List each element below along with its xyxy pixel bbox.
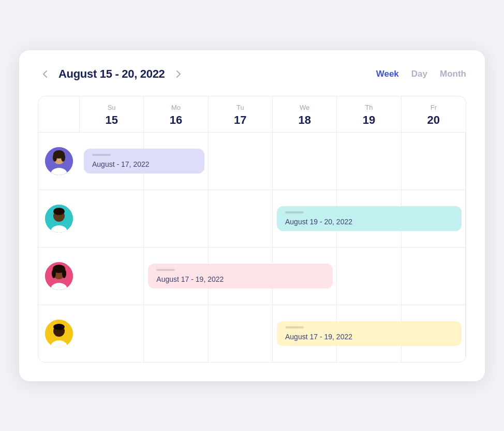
date-range: August 15 - 20, 2022 [58,67,165,81]
view-day[interactable]: Day [411,69,427,79]
table-row: August 19 - 20, 2022 [38,190,466,248]
avatar-cell-1 [38,142,80,180]
event-4[interactable]: August 17 - 19, 2022 [277,321,462,346]
drag-handle [285,326,304,328]
avatar [45,262,73,290]
svg-point-19 [53,324,65,330]
svg-point-5 [61,153,65,162]
svg-point-9 [53,208,65,215]
view-week[interactable]: Week [376,69,399,79]
table-row: August - 17, 2022 [38,133,466,190]
corner-cell [38,96,80,132]
avatar-cell-2 [38,199,80,238]
avatar-cell-4 [38,314,80,353]
row-content-1: August - 17, 2022 [80,133,466,190]
svg-point-14 [52,269,56,278]
drag-handle [92,154,111,156]
row-content-4: August 17 - 19, 2022 [80,305,466,362]
view-switcher: Week Day Month [376,69,466,79]
day-header-tu: Tu 17 [209,96,273,132]
day-header-we: We 18 [273,96,337,132]
event-1[interactable]: August - 17, 2022 [84,149,204,174]
day-header-fr: Fr 20 [402,96,466,132]
prev-button[interactable] [38,67,52,81]
row-content-2: August 19 - 20, 2022 [80,190,466,247]
avatar-cell-3 [38,257,80,295]
avatar [45,320,73,348]
event-3[interactable]: August 17 - 19, 2022 [148,264,333,289]
event-label: August - 17, 2022 [92,160,196,168]
day-header-th: Th 19 [337,96,401,132]
day-header-su: Su 15 [80,96,144,132]
avatar [45,205,73,233]
svg-point-15 [62,269,66,278]
next-button[interactable] [171,67,186,81]
nav-group: August 15 - 20, 2022 [38,67,186,81]
event-label: August 17 - 19, 2022 [156,275,324,283]
row-content-3: August 17 - 19, 2022 [80,248,466,305]
event-label: August 19 - 20, 2022 [285,218,453,226]
avatar [45,147,73,175]
event-2[interactable]: August 19 - 20, 2022 [277,206,462,231]
day-headers: Su 15 Mo 16 Tu 17 We 18 Th 19 Fr 20 [38,96,466,133]
drag-handle [156,269,175,271]
calendar-header: August 15 - 20, 2022 Week Day Month [38,67,466,81]
table-row: August 17 - 19, 2022 [38,248,466,305]
svg-point-4 [53,153,57,162]
drag-handle [285,211,304,213]
table-row: August 17 - 19, 2022 [38,305,466,362]
day-header-mo: Mo 16 [144,96,208,132]
view-month[interactable]: Month [440,69,466,79]
calendar-grid: Su 15 Mo 16 Tu 17 We 18 Th 19 Fr 20 [38,96,466,363]
event-label: August 17 - 19, 2022 [285,333,453,341]
calendar-card: August 15 - 20, 2022 Week Day Month Su 1… [19,50,485,381]
calendar-body: August - 17, 2022 [38,133,466,362]
